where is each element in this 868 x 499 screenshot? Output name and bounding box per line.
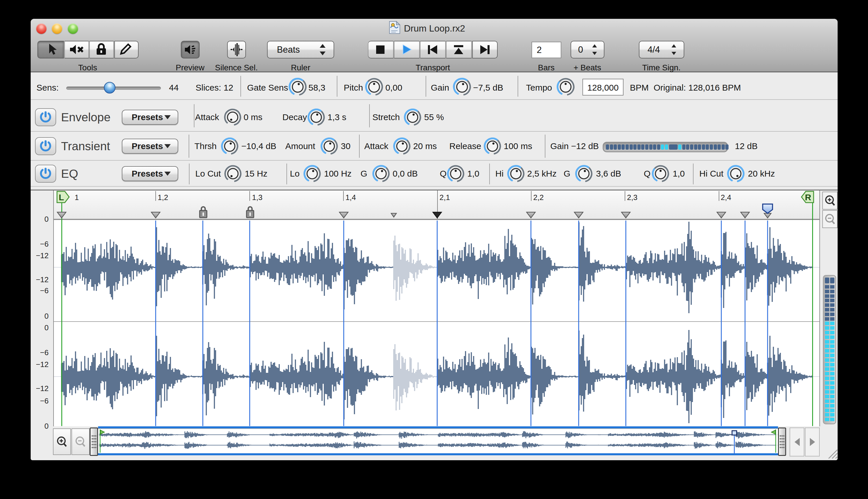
svg-text:R: R [805, 193, 811, 202]
svg-text:L: L [59, 193, 64, 202]
